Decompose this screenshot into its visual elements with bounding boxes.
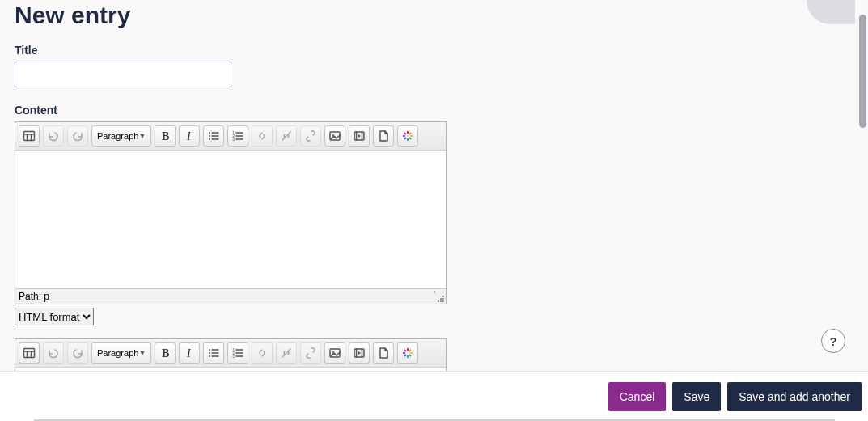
redo-button[interactable] [67,342,88,364]
paragraph-format-select[interactable]: Paragraph ▼ [91,125,151,147]
paragraph-format-label: Paragraph [97,131,138,141]
italic-button[interactable]: I [179,342,200,364]
italic-button[interactable]: I [179,125,200,147]
paragraph-format-select[interactable]: Paragraph ▼ [91,342,151,364]
unlink-button[interactable] [276,342,297,364]
secondary-editor-toolbar: Paragraph ▼ B I 123 [15,339,446,368]
file-button[interactable] [373,342,394,364]
toggle-toolbar-button[interactable] [19,125,40,147]
svg-line-28 [409,138,411,139]
svg-text:B: B [162,130,169,142]
svg-line-30 [404,138,406,139]
svg-line-26 [409,133,411,134]
anchor-button[interactable] [300,342,321,364]
svg-point-6 [209,132,210,134]
footer-bar: Cancel Save Save and add another [0,371,868,421]
svg-point-41 [209,352,210,354]
link-button[interactable] [252,342,273,364]
image-button[interactable] [324,125,345,147]
svg-line-63 [404,355,406,356]
svg-text:3: 3 [232,137,235,142]
accessibility-checker-button[interactable] [397,125,418,147]
svg-text:B: B [162,347,169,359]
scrollbar-track[interactable] [857,0,868,368]
resize-handle[interactable] [434,291,445,303]
image-button[interactable] [324,342,345,364]
content-label: Content [15,104,868,117]
editor-path: Path: p [19,291,49,302]
paragraph-format-label: Paragraph [97,348,138,358]
svg-rect-33 [24,349,35,358]
svg-point-43 [209,355,210,357]
bullet-list-button[interactable] [203,342,224,364]
save-button[interactable]: Save [672,382,721,411]
content-editor: Paragraph ▼ B I 1 2 3 [15,121,447,304]
content-editor-body[interactable] [15,151,446,288]
svg-rect-0 [24,132,35,141]
anchor-button[interactable] [300,125,321,147]
link-button[interactable] [252,125,273,147]
bullet-list-button[interactable] [203,125,224,147]
svg-text:I: I [186,130,192,142]
file-button[interactable] [373,125,394,147]
svg-point-10 [209,138,210,140]
undo-button[interactable] [43,125,64,147]
chevron-down-icon: ▼ [138,349,146,357]
svg-text:3: 3 [232,354,235,359]
numbered-list-button[interactable]: 123 [227,342,248,364]
page-title: New entry [0,0,868,29]
numbered-list-button[interactable]: 1 2 3 [227,125,248,147]
save-and-add-another-button[interactable]: Save and add another [727,382,862,411]
bold-button[interactable]: B [155,125,176,147]
redo-button[interactable] [67,125,88,147]
help-icon: ? [829,334,836,348]
bold-button[interactable]: B [155,342,176,364]
editor-toolbar: Paragraph ▼ B I 1 2 3 [15,122,446,151]
svg-line-65 [404,350,406,351]
scrollbar-thumb[interactable] [859,15,866,128]
help-button[interactable]: ? [821,329,845,353]
svg-line-59 [409,350,411,351]
undo-button[interactable] [43,342,64,364]
svg-line-32 [404,133,406,134]
svg-text:I: I [186,347,192,359]
accessibility-checker-button[interactable] [397,342,418,364]
svg-marker-24 [358,134,361,138]
svg-point-39 [209,349,210,351]
cancel-button[interactable]: Cancel [608,382,667,411]
svg-line-61 [409,355,411,356]
media-button[interactable] [349,342,370,364]
media-button[interactable] [349,125,370,147]
toggle-toolbar-button[interactable] [19,342,40,364]
svg-point-8 [209,135,210,137]
editor-status-bar: Path: p [15,288,446,304]
title-label: Title [15,44,868,57]
chevron-down-icon: ▼ [138,132,146,140]
svg-marker-57 [358,351,361,355]
title-input[interactable] [15,62,231,87]
content-format-select[interactable]: HTML format [15,308,94,325]
unlink-button[interactable] [276,125,297,147]
